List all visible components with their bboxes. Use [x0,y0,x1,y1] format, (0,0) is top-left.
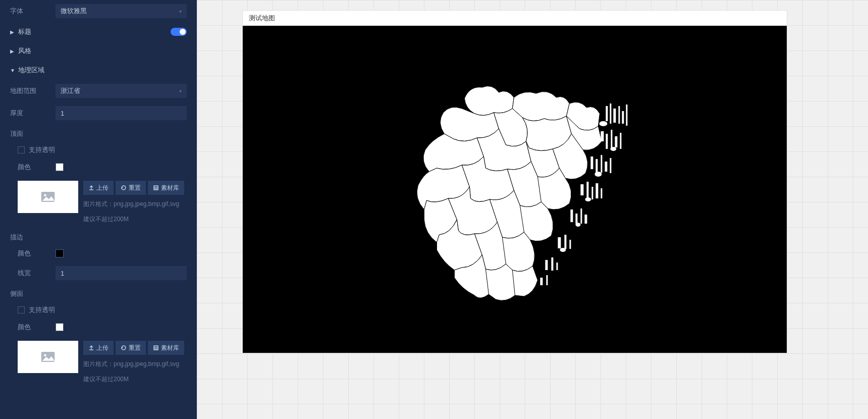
triangle-down-icon: ▼ [10,68,18,73]
map-range-value: 浙江省 [61,86,80,95]
svg-rect-13 [615,136,617,147]
map-range-row: 地图范围 浙江省 ▾ [10,80,187,102]
top-transparent-checkbox[interactable] [18,146,25,153]
stroke-color-swatch[interactable] [56,249,64,257]
svg-rect-15 [590,156,593,169]
top-upload-button[interactable]: 上传 [83,181,114,195]
side-image-thumb[interactable] [18,341,78,373]
title-toggle[interactable] [171,28,187,36]
image-placeholder-icon [41,352,55,362]
top-transparent-row: 支持透明 [10,141,187,159]
svg-rect-5 [610,103,611,124]
library-btn-label: 素材库 [161,344,179,352]
style-section-label: 风格 [18,46,187,56]
svg-rect-32 [545,260,548,270]
map-body [243,26,787,353]
svg-point-3 [44,354,46,356]
svg-rect-25 [570,210,573,222]
side-color-row: 颜色 [10,319,187,336]
svg-rect-31 [569,240,571,249]
library-icon [153,185,159,191]
side-color-label: 颜色 [10,323,56,332]
thickness-label: 厚度 [10,109,56,118]
canvas-area[interactable]: 测试地图 [197,0,868,419]
side-upload-block: 上传 重置 素材库 图片格式：png,jpg,jpeg,bmp,gif,svg … [10,336,187,388]
svg-rect-26 [575,214,577,224]
svg-point-39 [594,172,602,177]
svg-rect-14 [620,133,621,149]
svg-rect-33 [551,257,553,271]
stroke-color-row: 颜色 [10,245,187,262]
title-section-label: 标题 [18,27,171,36]
stroke-section-label: 描边 [10,228,187,245]
chevron-down-icon: ▾ [179,88,182,94]
svg-rect-12 [611,130,612,149]
side-upload-button[interactable]: 上传 [83,341,114,355]
upload-icon [88,345,94,351]
top-hint1: 图片格式：png,jpg,jpeg,bmp,gif,svg [83,195,187,210]
title-section-header[interactable]: ▶ 标题 [10,22,187,41]
top-hint2: 建议不超过200M [83,210,187,225]
top-image-thumb[interactable] [18,181,78,213]
upload-btn-label: 上传 [96,184,108,192]
svg-rect-18 [605,162,607,172]
library-icon [153,345,159,351]
svg-rect-23 [595,183,598,198]
font-select[interactable]: 微软雅黑 ▾ [56,4,187,18]
geo-section-label: 地理区域 [18,66,187,75]
side-upload-right: 上传 重置 素材库 图片格式：png,jpg,jpeg,bmp,gif,svg … [83,341,187,385]
svg-point-42 [560,248,566,252]
triangle-right-icon: ▶ [10,48,18,54]
top-color-swatch[interactable] [56,163,64,171]
side-face-label: 侧面 [10,284,187,301]
map-panel[interactable]: 测试地图 [242,10,787,353]
side-library-button[interactable]: 素材库 [148,341,184,355]
top-face-label: 顶面 [10,124,187,141]
map-range-label: 地图范围 [10,86,56,95]
zhejiang-map-icon [389,58,651,321]
side-hint1: 图片格式：png,jpg,jpeg,bmp,gif,svg [83,355,187,370]
reset-icon [121,345,127,351]
svg-rect-19 [610,158,611,173]
stroke-color-label: 颜色 [10,249,56,258]
upload-btn-label: 上传 [96,344,108,352]
svg-point-37 [599,121,607,126]
svg-rect-8 [622,111,624,124]
thickness-input[interactable] [56,106,187,120]
chevron-down-icon: ▾ [179,9,182,14]
svg-rect-34 [556,263,558,270]
image-placeholder-icon [41,192,55,202]
svg-rect-11 [606,134,608,149]
top-reset-button[interactable]: 重置 [116,181,146,195]
svg-rect-21 [586,182,588,198]
line-width-row: 线宽 [10,262,187,284]
side-reset-button[interactable]: 重置 [116,341,146,355]
style-section-header[interactable]: ▶ 风格 [10,41,187,61]
reset-btn-label: 重置 [129,184,141,192]
top-upload-right: 上传 重置 素材库 图片格式：png,jpg,jpeg,bmp,gif,svg … [83,181,187,225]
top-upload-block: 上传 重置 素材库 图片格式：png,jpg,jpeg,bmp,gif,svg … [10,176,187,228]
svg-point-1 [44,194,46,196]
svg-rect-27 [580,208,582,224]
top-library-button[interactable]: 素材库 [148,181,184,195]
triangle-right-icon: ▶ [10,29,18,35]
library-btn-label: 素材库 [161,184,179,192]
svg-rect-22 [591,187,593,199]
side-color-swatch[interactable] [56,323,64,331]
geo-section-header[interactable]: ▼ 地理区域 [10,61,187,80]
top-color-row: 颜色 [10,159,187,176]
font-row: 字体 微软雅黑 ▾ [10,0,187,22]
svg-rect-24 [601,188,602,198]
side-transparent-row: 支持透明 [10,301,187,319]
reset-icon [121,185,127,191]
line-width-label: 线宽 [10,269,56,278]
top-color-label: 颜色 [10,163,56,172]
svg-rect-20 [580,184,583,195]
side-transparent-checkbox[interactable] [18,306,25,313]
line-width-input[interactable] [56,266,187,280]
svg-rect-35 [540,278,542,285]
svg-rect-17 [601,155,602,173]
svg-rect-6 [613,109,616,123]
svg-rect-36 [546,275,548,285]
map-range-select[interactable]: 浙江省 ▾ [56,84,187,98]
